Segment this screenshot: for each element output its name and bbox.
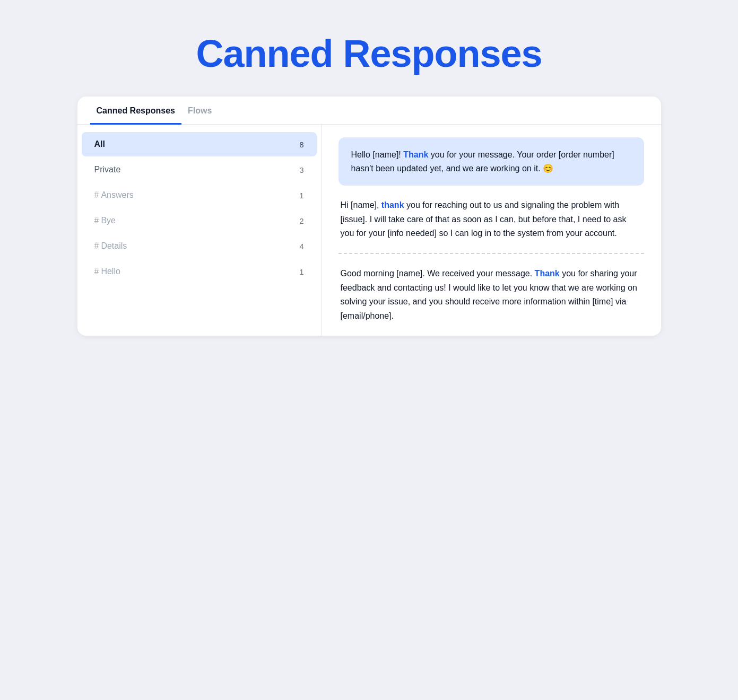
hash-icon-details: # bbox=[94, 241, 99, 250]
sidebar-item-answers[interactable]: #Answers 1 bbox=[82, 183, 317, 207]
sidebar-item-private[interactable]: Private 3 bbox=[82, 158, 317, 182]
sidebar-item-hello[interactable]: #Hello 1 bbox=[82, 259, 317, 284]
tabs-row: Canned Responses Flows bbox=[77, 97, 661, 125]
response-item-3: Good morning [name]. We received your me… bbox=[338, 267, 644, 323]
response-item-2: Hi [name], thank you for reaching out to… bbox=[338, 198, 644, 240]
responses-area: Hello [name]! Thank you for your message… bbox=[322, 125, 661, 336]
sidebar-item-all[interactable]: All 8 bbox=[82, 132, 317, 156]
card-body: All 8 Private 3 #Answers 1 #Bye bbox=[77, 125, 661, 336]
hash-icon-bye: # bbox=[94, 216, 99, 225]
response-divider bbox=[338, 253, 644, 254]
hash-icon-answers: # bbox=[94, 190, 99, 199]
response-item-1: Hello [name]! Thank you for your message… bbox=[338, 137, 644, 186]
sidebar-item-bye[interactable]: #Bye 2 bbox=[82, 208, 317, 233]
sidebar-item-details[interactable]: #Details 4 bbox=[82, 234, 317, 258]
hash-icon-hello: # bbox=[94, 267, 99, 276]
page-wrapper: Canned Responses Canned Responses Flows … bbox=[77, 32, 661, 336]
tab-flows[interactable]: Flows bbox=[181, 97, 218, 125]
page-title: Canned Responses bbox=[196, 32, 542, 75]
sidebar: All 8 Private 3 #Answers 1 #Bye bbox=[77, 125, 322, 336]
main-card: Canned Responses Flows All 8 Private 3 #… bbox=[77, 97, 661, 336]
tab-canned-responses[interactable]: Canned Responses bbox=[90, 97, 181, 125]
